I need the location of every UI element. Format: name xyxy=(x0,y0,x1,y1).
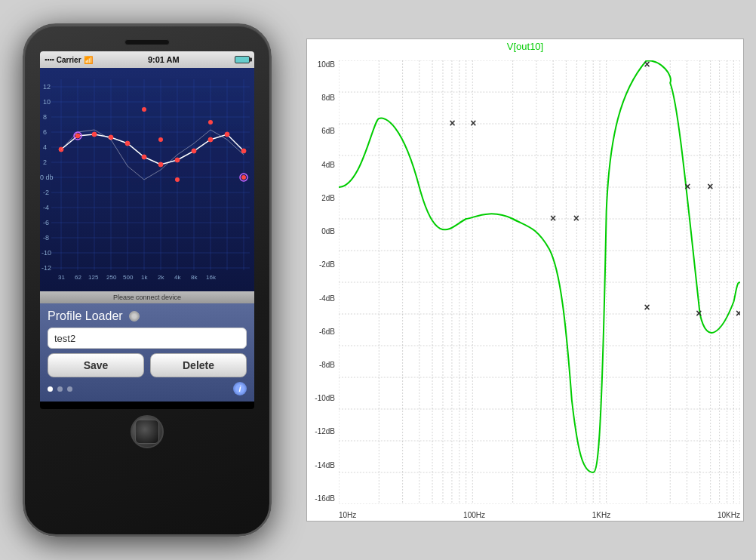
svg-text:1k: 1k xyxy=(141,274,148,281)
chart-title: V[out10] xyxy=(507,41,543,52)
profile-panel: Profile Loader Save Delete i xyxy=(40,303,254,402)
signal-icon: ▪▪▪▪ xyxy=(45,56,54,63)
dot-2 xyxy=(57,386,63,392)
phone-speaker xyxy=(124,39,170,45)
svg-point-58 xyxy=(208,137,213,142)
svg-point-55 xyxy=(158,162,163,167)
svg-text:500: 500 xyxy=(123,274,134,281)
home-button[interactable] xyxy=(131,415,164,448)
svg-point-61 xyxy=(142,107,146,112)
svg-point-64 xyxy=(208,120,213,125)
delete-button[interactable]: Delete xyxy=(150,353,247,377)
svg-text:2: 2 xyxy=(43,158,47,166)
svg-text:-10: -10 xyxy=(41,249,51,257)
svg-text:×: × xyxy=(696,307,702,319)
device-bar: Please connect device xyxy=(40,291,254,303)
svg-text:8: 8 xyxy=(43,113,47,121)
svg-point-63 xyxy=(175,177,180,182)
svg-text:10: 10 xyxy=(43,98,51,106)
svg-text:×: × xyxy=(644,60,650,70)
svg-text:×: × xyxy=(449,117,455,129)
dot-3 xyxy=(67,386,72,392)
profile-name-input[interactable] xyxy=(48,328,247,349)
svg-rect-0 xyxy=(40,68,254,291)
phone-container: ▪▪▪▪ Carrier 📶 9:01 AM xyxy=(0,0,294,560)
svg-point-51 xyxy=(92,132,97,137)
svg-point-56 xyxy=(175,158,180,162)
status-time: 9:01 AM xyxy=(148,55,180,64)
svg-text:4k: 4k xyxy=(174,274,181,281)
svg-text:8k: 8k xyxy=(191,274,198,281)
device-bar-text: Please connect device xyxy=(113,294,181,301)
svg-point-65 xyxy=(241,175,246,180)
phone-body: ▪▪▪▪ Carrier 📶 9:01 AM xyxy=(23,23,272,537)
svg-point-60 xyxy=(241,149,246,153)
svg-text:125: 125 xyxy=(88,274,99,281)
y-axis-labels: 10dB 8dB 6dB 4dB 2dB 0dB -2dB -4dB -6dB … xyxy=(307,60,337,503)
svg-text:×: × xyxy=(470,117,476,129)
svg-text:×: × xyxy=(573,212,579,224)
svg-text:-6: -6 xyxy=(43,219,49,226)
svg-text:31: 31 xyxy=(58,274,65,281)
svg-text:12: 12 xyxy=(43,83,51,91)
info-icon[interactable]: i xyxy=(233,382,247,395)
svg-point-53 xyxy=(125,141,130,146)
svg-text:250: 250 xyxy=(106,274,117,281)
svg-text:16k: 16k xyxy=(206,274,217,281)
svg-text:-8: -8 xyxy=(43,234,49,242)
svg-text:×: × xyxy=(736,307,740,319)
profile-buttons: Save Delete xyxy=(48,353,247,377)
svg-point-54 xyxy=(142,155,146,159)
status-right xyxy=(235,56,250,63)
page-dots xyxy=(48,383,72,394)
svg-text:×: × xyxy=(707,180,713,192)
svg-text:-12: -12 xyxy=(41,264,51,272)
svg-text:×: × xyxy=(550,212,556,224)
x-axis-labels: 10Hz 100Hz 1KHz 10KHz xyxy=(339,511,740,519)
chart-plot: × × × × × × × × × × xyxy=(339,60,740,504)
chart-area: V[out10] 10dB 8dB 6dB 4dB 2dB 0dB -2dB -… xyxy=(294,0,756,560)
battery-icon xyxy=(235,56,250,63)
dot-1 xyxy=(48,386,53,392)
profile-toggle[interactable] xyxy=(129,311,140,322)
svg-text:-2: -2 xyxy=(43,189,49,196)
profile-header: Profile Loader xyxy=(48,309,247,323)
profile-title: Profile Loader xyxy=(48,309,123,323)
eq-chart-area[interactable]: 12 10 8 6 4 2 0 db -2 -4 -6 -8 -10 -12 xyxy=(40,68,254,291)
svg-text:×: × xyxy=(684,180,690,192)
wifi-icon: 📶 xyxy=(84,56,93,64)
main-chart: V[out10] 10dB 8dB 6dB 4dB 2dB 0dB -2dB -… xyxy=(306,38,744,522)
chart-svg: × × × × × × × × × × xyxy=(339,60,740,504)
eq-chart-svg: 12 10 8 6 4 2 0 db -2 -4 -6 -8 -10 -12 xyxy=(40,68,254,291)
svg-point-59 xyxy=(225,132,229,137)
svg-point-57 xyxy=(192,149,196,153)
status-left: ▪▪▪▪ Carrier 📶 xyxy=(45,56,93,64)
carrier-label: Carrier xyxy=(57,56,81,64)
svg-text:6: 6 xyxy=(43,128,47,136)
status-bar: ▪▪▪▪ Carrier 📶 9:01 AM xyxy=(40,51,254,68)
svg-text:4: 4 xyxy=(43,143,47,151)
svg-text:-4: -4 xyxy=(43,204,49,211)
svg-text:0 db: 0 db xyxy=(40,174,54,181)
svg-point-62 xyxy=(158,137,163,142)
svg-text:2k: 2k xyxy=(158,274,164,281)
phone-screen: ▪▪▪▪ Carrier 📶 9:01 AM xyxy=(40,51,254,409)
svg-text:×: × xyxy=(644,301,650,313)
svg-text:62: 62 xyxy=(75,274,81,281)
save-button[interactable]: Save xyxy=(48,353,144,377)
home-button-inner xyxy=(135,420,159,444)
